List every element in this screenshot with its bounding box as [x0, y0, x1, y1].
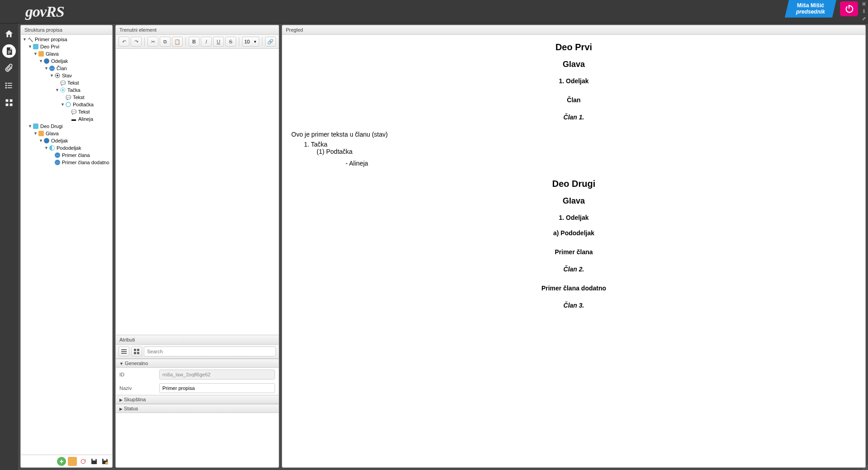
maximize-window-icon[interactable]: ⬈: [861, 15, 867, 22]
user-role: predsednik: [796, 9, 825, 15]
user-badge[interactable]: Miša Mišić predsednik: [785, 0, 836, 18]
user-name: Miša Mišić: [796, 2, 825, 9]
minimize-window-icon[interactable]: ⬇: [861, 8, 867, 14]
logout-icon: [844, 4, 854, 14]
logout-button[interactable]: [840, 1, 858, 16]
close-window-icon[interactable]: ✖: [861, 1, 867, 7]
window-controls: ✖ ⬇ ⬈: [861, 1, 867, 22]
app-logo: govRS: [25, 3, 64, 20]
top-header: govRS Miša Mišić predsednik ✖ ⬇ ⬈: [0, 0, 868, 24]
